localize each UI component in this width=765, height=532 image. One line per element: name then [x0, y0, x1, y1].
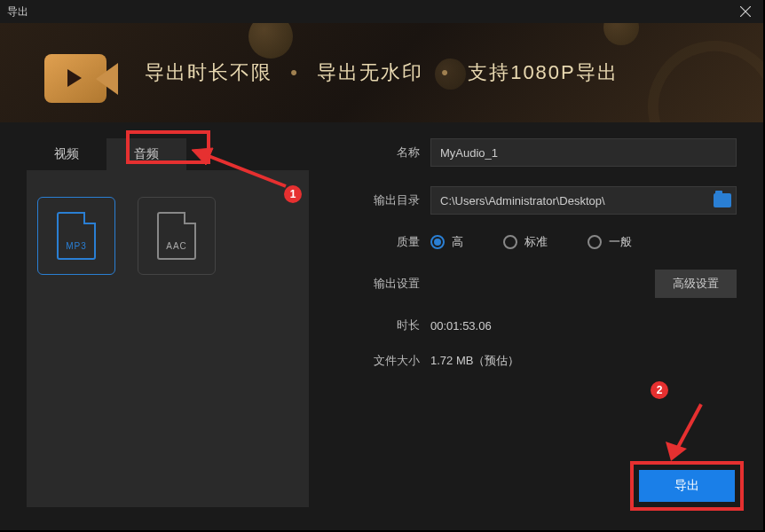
file-icon: MP3: [57, 212, 96, 260]
name-input[interactable]: [430, 138, 737, 167]
output-path-label: 输出目录: [364, 192, 430, 208]
format-grid: MP3 AAC: [27, 170, 309, 507]
camera-icon: [44, 54, 106, 103]
output-settings-label: 输出设置: [364, 276, 430, 292]
advanced-settings-button[interactable]: 高级设置: [655, 270, 737, 298]
duration-label: 时长: [364, 317, 430, 333]
format-mp3[interactable]: MP3: [37, 197, 115, 275]
format-aac[interactable]: AAC: [138, 197, 216, 275]
export-button[interactable]: 导出: [639, 470, 735, 502]
output-path-input[interactable]: [430, 186, 737, 215]
titlebar: 导出: [0, 0, 763, 23]
radio-icon: [503, 235, 517, 249]
annotation-badge-1: 1: [284, 185, 302, 203]
name-label: 名称: [364, 145, 430, 160]
banner-text-3: 支持1080P导出: [468, 61, 619, 83]
duration-value: 00:01:53.06: [430, 319, 737, 332]
film-strip-icon: [633, 26, 763, 122]
tab-audio[interactable]: 音频: [106, 138, 186, 170]
banner-text-2: 导出无水印: [317, 61, 423, 83]
quality-normal-radio[interactable]: 一般: [588, 234, 632, 250]
quality-standard-radio[interactable]: 标准: [503, 234, 548, 250]
browse-folder-button[interactable]: [714, 193, 731, 207]
tab-video[interactable]: 视频: [27, 138, 106, 170]
promo-banner: 导出时长不限 • 导出无水印 • 支持1080P导出: [0, 23, 763, 122]
window-title: 导出: [7, 4, 28, 20]
annotation-badge-2: 2: [651, 381, 668, 399]
file-icon: AAC: [157, 212, 196, 260]
radio-icon: [430, 235, 445, 249]
filesize-value: 1.72 MB（预估）: [430, 353, 737, 369]
quality-label: 质量: [364, 234, 430, 250]
quality-high-radio[interactable]: 高: [430, 234, 463, 250]
filesize-label: 文件大小: [364, 353, 430, 369]
banner-text-1: 导出时长不限: [145, 61, 272, 83]
annotation-highlight-2: 导出: [630, 461, 744, 511]
close-button[interactable]: [728, 0, 763, 23]
radio-icon: [588, 235, 602, 249]
